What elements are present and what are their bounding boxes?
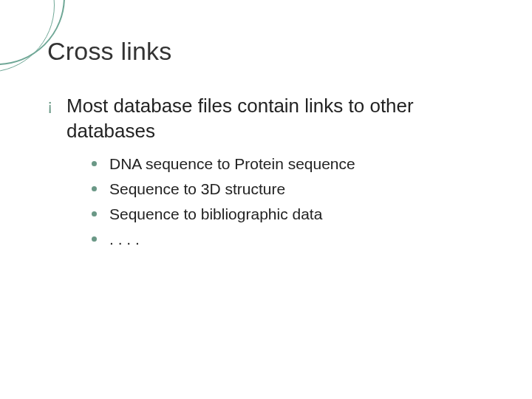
list-item-text: Sequence to 3D structure (109, 179, 285, 200)
ring-bullet-icon: ¡ (47, 93, 66, 118)
slide-title: Cross links (47, 37, 171, 66)
dot-bullet-icon (92, 154, 109, 166)
list-item: ¡ Most database files contain links to o… (47, 93, 502, 143)
list-item-text: . . . . (109, 229, 140, 250)
slide: Cross links ¡ Most database files contai… (0, 0, 532, 399)
list-item-text: Most database files contain links to oth… (66, 93, 502, 143)
dot-bullet-icon (92, 179, 109, 191)
list-item: . . . . (92, 229, 502, 250)
list-item-text: Sequence to bibliographic data (109, 204, 322, 225)
list-item: Sequence to bibliographic data (92, 204, 502, 225)
slide-body: ¡ Most database files contain links to o… (47, 93, 502, 254)
corner-decoration (0, 0, 55, 72)
dot-bullet-icon (92, 229, 109, 242)
sub-list: DNA sequence to Protein sequence Sequenc… (92, 154, 502, 250)
list-item: DNA sequence to Protein sequence (92, 154, 502, 174)
dot-bullet-icon (92, 204, 109, 216)
list-item-text: DNA sequence to Protein sequence (109, 154, 355, 174)
list-item: Sequence to 3D structure (92, 179, 502, 200)
